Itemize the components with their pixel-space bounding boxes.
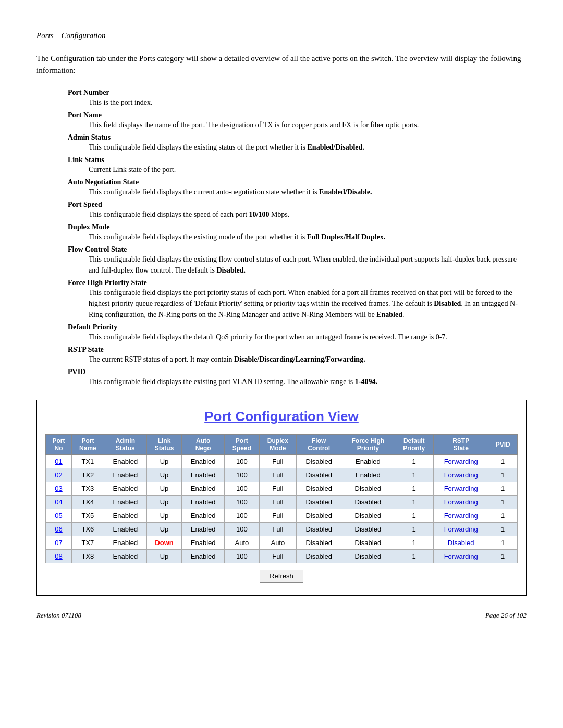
cell-default-priority: 1 xyxy=(395,496,433,509)
cell-link-status: Up xyxy=(146,455,181,468)
cell-auto-nego: Enabled xyxy=(182,509,225,523)
col-header-rstp-state: RSTPState xyxy=(433,435,488,455)
col-header-force-high: Force HighPriority xyxy=(341,435,395,455)
port-config-table: PortNo PortName AdminStatus LinkStatus A… xyxy=(45,434,518,563)
cell-port-name: TX7 xyxy=(72,536,104,550)
field-name-pvid: PVID xyxy=(68,368,527,376)
cell-default-priority: 1 xyxy=(395,550,433,563)
cell-duplex-mode: Full xyxy=(259,496,297,509)
cell-link-status: Up xyxy=(146,496,181,509)
field-name-link-status: Link Status xyxy=(68,156,527,164)
table-header-row: PortNo PortName AdminStatus LinkStatus A… xyxy=(46,435,518,455)
field-default-priority: Default Priority This configurable field… xyxy=(68,323,527,342)
field-desc-port-speed: This configurable field displays the spe… xyxy=(89,209,527,220)
field-desc-link-status: Current Link state of the port. xyxy=(89,164,527,175)
cell-port-no[interactable]: 06 xyxy=(46,523,72,536)
field-port-number: Port Number This is the port index. xyxy=(68,89,527,108)
cell-force-high: Disabled xyxy=(341,482,395,496)
field-rstp-state: RSTP State The current RSTP status of a … xyxy=(68,346,527,365)
col-header-duplex-mode: DuplexMode xyxy=(259,435,297,455)
cell-flow-control: Disabled xyxy=(297,509,341,523)
cell-force-high: Disabled xyxy=(341,523,395,536)
cell-pvid: 1 xyxy=(488,523,518,536)
table-row: 03 TX3 Enabled Up Enabled 100 Full Disab… xyxy=(46,482,518,496)
cell-pvid: 1 xyxy=(488,455,518,468)
cell-port-no[interactable]: 05 xyxy=(46,509,72,523)
cell-port-speed: Auto xyxy=(225,536,259,550)
cell-rstp-state: Forwarding xyxy=(433,509,488,523)
table-title: Port Configuration View xyxy=(45,409,518,425)
cell-port-name: TX1 xyxy=(72,455,104,468)
cell-pvid: 1 xyxy=(488,550,518,563)
cell-auto-nego: Enabled xyxy=(182,523,225,536)
table-row: 07 TX7 Enabled Down Enabled Auto Auto Di… xyxy=(46,536,518,550)
cell-duplex-mode: Full xyxy=(259,468,297,482)
field-desc-port-number: This is the port index. xyxy=(89,97,527,108)
cell-duplex-mode: Full xyxy=(259,509,297,523)
cell-admin-status: Enabled xyxy=(104,509,146,523)
cell-rstp-state: Forwarding xyxy=(433,468,488,482)
field-desc-admin-status: This configurable field displays the exi… xyxy=(89,142,527,153)
field-desc-flow-control: This configurable field displays the exi… xyxy=(89,254,527,276)
cell-link-status: Up xyxy=(146,550,181,563)
field-desc-auto-nego: This configurable field displays the cur… xyxy=(89,187,527,198)
cell-auto-nego: Enabled xyxy=(182,455,225,468)
field-desc-force-high: This configurable field displays the por… xyxy=(89,287,527,320)
cell-rstp-state: Forwarding xyxy=(433,550,488,563)
cell-link-status: Up xyxy=(146,523,181,536)
field-name-auto-nego: Auto Negotiation State xyxy=(68,178,527,187)
field-port-name: Port Name This field displays the name o… xyxy=(68,111,527,130)
table-row: 01 TX1 Enabled Up Enabled 100 Full Disab… xyxy=(46,455,518,468)
table-row: 08 TX8 Enabled Up Enabled 100 Full Disab… xyxy=(46,550,518,563)
cell-link-status: Up xyxy=(146,482,181,496)
cell-flow-control: Disabled xyxy=(297,482,341,496)
cell-default-priority: 1 xyxy=(395,468,433,482)
cell-pvid: 1 xyxy=(488,509,518,523)
field-name-rstp-state: RSTP State xyxy=(68,346,527,354)
cell-force-high: Disabled xyxy=(341,536,395,550)
cell-port-no[interactable]: 07 xyxy=(46,536,72,550)
cell-admin-status: Enabled xyxy=(104,536,146,550)
port-config-table-container: Port Configuration View PortNo PortName … xyxy=(36,400,527,596)
cell-port-no[interactable]: 03 xyxy=(46,482,72,496)
field-desc-rstp-state: The current RSTP status of a port. It ma… xyxy=(89,354,527,365)
refresh-container: Refresh xyxy=(45,570,518,583)
cell-flow-control: Disabled xyxy=(297,468,341,482)
cell-link-status: Down xyxy=(146,536,181,550)
cell-duplex-mode: Full xyxy=(259,550,297,563)
cell-force-high: Disabled xyxy=(341,496,395,509)
col-header-default-priority: DefaultPriority xyxy=(395,435,433,455)
field-name-default-priority: Default Priority xyxy=(68,323,527,331)
cell-duplex-mode: Auto xyxy=(259,536,297,550)
cell-admin-status: Enabled xyxy=(104,496,146,509)
cell-rstp-state: Forwarding xyxy=(433,523,488,536)
cell-pvid: 1 xyxy=(488,496,518,509)
cell-force-high: Enabled xyxy=(341,468,395,482)
table-row: 06 TX6 Enabled Up Enabled 100 Full Disab… xyxy=(46,523,518,536)
cell-port-speed: 100 xyxy=(225,550,259,563)
col-header-admin-status: AdminStatus xyxy=(104,435,146,455)
page-title: Ports – Configuration xyxy=(36,31,527,40)
cell-port-no[interactable]: 08 xyxy=(46,550,72,563)
cell-auto-nego: Enabled xyxy=(182,536,225,550)
field-link-status: Link Status Current Link state of the po… xyxy=(68,156,527,175)
cell-port-no[interactable]: 01 xyxy=(46,455,72,468)
refresh-button[interactable]: Refresh xyxy=(260,570,303,583)
cell-pvid: 1 xyxy=(488,536,518,550)
cell-flow-control: Disabled xyxy=(297,536,341,550)
cell-default-priority: 1 xyxy=(395,455,433,468)
cell-auto-nego: Enabled xyxy=(182,482,225,496)
field-admin-status: Admin Status This configurable field dis… xyxy=(68,133,527,153)
cell-rstp-state: Forwarding xyxy=(433,455,488,468)
cell-default-priority: 1 xyxy=(395,509,433,523)
cell-force-high: Enabled xyxy=(341,455,395,468)
field-desc-duplex-mode: This configurable field displays the exi… xyxy=(89,231,527,242)
cell-auto-nego: Enabled xyxy=(182,550,225,563)
field-auto-nego: Auto Negotiation State This configurable… xyxy=(68,178,527,198)
cell-port-no[interactable]: 04 xyxy=(46,496,72,509)
cell-link-status: Up xyxy=(146,509,181,523)
cell-port-no[interactable]: 02 xyxy=(46,468,72,482)
cell-force-high: Disabled xyxy=(341,550,395,563)
field-definitions: Port Number This is the port index. Port… xyxy=(68,89,527,387)
col-header-port-speed: PortSpeed xyxy=(225,435,259,455)
